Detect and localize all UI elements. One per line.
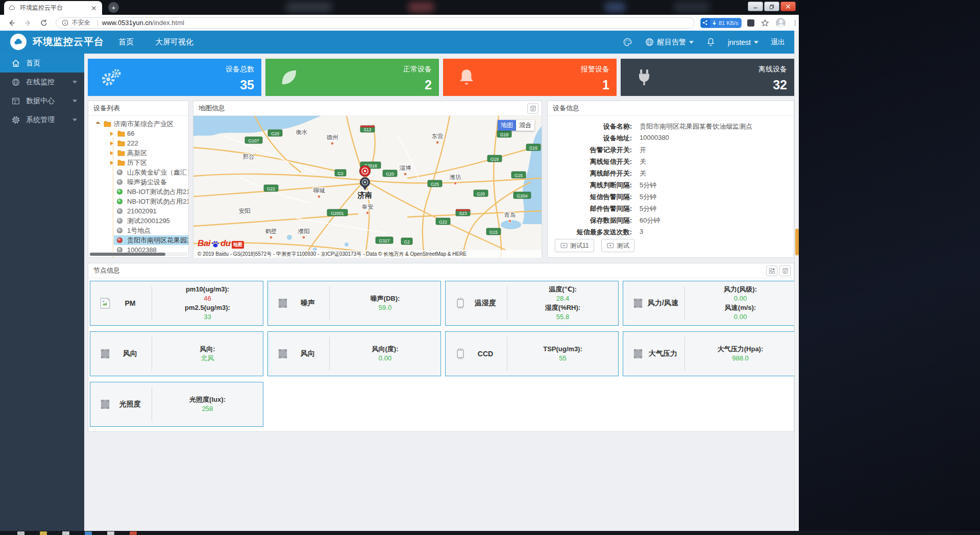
tree-item-label: NB-IOT测试勿占用210 [127, 197, 188, 206]
header-nav-bigscreen[interactable]: 大屏可视化 [155, 37, 193, 47]
svg-text:G2: G2 [337, 171, 344, 176]
road-shield: G20 [474, 190, 488, 197]
device-info-label: 邮件告警间隔: [553, 204, 632, 213]
user-menu-dropdown[interactable]: jnrstest [728, 38, 758, 46]
nodes-grid-view-button[interactable] [766, 265, 777, 276]
alert-mode-dropdown[interactable]: 醒目告警 [645, 37, 694, 47]
sidebar-item-0[interactable]: 首页 [0, 54, 84, 72]
tree-item-0[interactable]: 济南市某综合产业区 [88, 119, 188, 129]
map-canvas[interactable]: G20G107S12G18G15G18G2516G2G20G15G25G22G2… [193, 116, 542, 258]
road-shield: G107 [245, 137, 262, 143]
notification-bell-icon[interactable] [706, 37, 716, 47]
node-card-name: 噪声 [289, 299, 326, 308]
stat-value: 32 [773, 78, 787, 92]
taskbar[interactable] [0, 531, 980, 535]
tree-item-3[interactable]: 高新区 [88, 148, 188, 158]
tab-close-icon[interactable] [90, 4, 98, 12]
plug-icon [634, 67, 654, 88]
placeholder-icon [631, 347, 645, 360]
map-attribution: © 2019 Baidu - GS(2018)5572号 - 甲测资字11009… [193, 250, 542, 258]
forward-icon[interactable] [23, 18, 33, 28]
tree-item-label: 21002091 [127, 207, 157, 215]
download-speed-badge[interactable]: 81 KB/s [701, 18, 742, 28]
map-mode-map-button[interactable]: 地图 [498, 120, 516, 131]
sidebar-item-2[interactable]: 数据中心 [0, 91, 84, 110]
tree-expander-icon[interactable] [110, 161, 113, 165]
node-card-3: 风力/风速风力(风级):0.00风速(m/s):0.00 [623, 281, 796, 326]
tree-item-11[interactable]: 1号地点 [88, 226, 188, 235]
metric-value: 0.00 [734, 312, 747, 322]
page-scrollbar[interactable] [794, 31, 799, 531]
page-scrollbar-thumb[interactable] [795, 229, 799, 255]
test-button-label: 测试11 [570, 241, 589, 250]
tree-item-7[interactable]: NB-IOT测试勿占用210 [88, 187, 188, 197]
grid-icon [11, 96, 20, 106]
nodes-report-button[interactable] [779, 265, 791, 276]
tree-horizontal-scrollbar[interactable] [89, 252, 188, 256]
url-path: /index.html [152, 19, 184, 27]
tree-item-2[interactable]: 222 [88, 138, 188, 148]
svg-text:G25: G25 [431, 182, 439, 187]
header-nav-home[interactable]: 首页 [118, 37, 134, 47]
window-minimize-button[interactable] [748, 2, 763, 11]
tree-item-12[interactable]: 贵阳市南明区花果园某 [88, 235, 188, 245]
bookmark-star-icon[interactable] [761, 18, 770, 28]
tree-expander-icon[interactable] [95, 121, 100, 126]
stat-label: 离线设备 [758, 65, 787, 74]
sidebar-item-3[interactable]: 系统管理 [0, 110, 84, 129]
test-button-0[interactable]: 测试11 [555, 239, 594, 252]
test-button-1[interactable]: 测试 [601, 239, 634, 252]
tree-item-1[interactable]: 66 [88, 129, 188, 138]
reload-icon[interactable] [39, 18, 48, 28]
extension-icon[interactable] [747, 19, 754, 27]
chevron-down-icon [72, 100, 77, 103]
theme-palette-icon[interactable] [623, 37, 632, 47]
stat-card-3: 离线设备32 [621, 59, 794, 96]
window-close-button[interactable] [780, 2, 796, 11]
map-mode-hybrid-button[interactable]: 混合 [516, 120, 534, 131]
tree-item-4[interactable]: 历下区 [88, 158, 188, 167]
map-city-label: 衡水 [296, 129, 308, 135]
device-info-value: 关 [640, 169, 646, 178]
metric-value: 0.00 [734, 294, 747, 303]
new-tab-button[interactable]: + [108, 2, 119, 13]
map-report-button[interactable] [527, 103, 538, 114]
baidu-paw-icon [211, 239, 220, 249]
tree-scrollbar-thumb[interactable] [90, 253, 165, 256]
tree-item-6[interactable]: 噪声扬尘设备 [88, 177, 188, 187]
browser-profile-avatar[interactable] [776, 18, 786, 28]
svg-text:鹤壁: 鹤壁 [265, 228, 277, 234]
tab-strip: 环境监控云平台 + [0, 0, 799, 15]
tree-expander-icon[interactable] [110, 132, 113, 136]
logout-button[interactable]: 退出 [771, 38, 785, 47]
map-marker-device-pin-icon[interactable] [360, 178, 370, 191]
info-icon[interactable] [61, 19, 69, 27]
device-info-value: 贵阳市南明区花果园某餐饮油烟监测点 [640, 122, 752, 131]
device-info-value: 5分钟 [640, 192, 656, 202]
home-icon [11, 59, 20, 68]
tree-item-8[interactable]: NB-IOT测试勿占用210 [88, 197, 188, 206]
download-speed-text: 81 KB/s [719, 20, 739, 26]
map-marker-alarm-icon[interactable] [360, 166, 371, 177]
sidebar-item-1[interactable]: 在线监控 [0, 72, 84, 91]
back-icon[interactable] [7, 18, 16, 28]
header-nav: 首页大屏可视化 [118, 31, 193, 54]
svg-text:G18: G18 [500, 132, 508, 137]
node-card-1: 噪声噪声(DB):59.0 [267, 281, 441, 326]
tree-expander-icon[interactable] [110, 141, 113, 145]
tree-item-10[interactable]: 测试20001295 [88, 216, 188, 226]
node-card-name: 风向 [112, 349, 149, 358]
stat-label: 正常设备 [403, 65, 432, 74]
browser-tab[interactable]: 环境监控云平台 [4, 1, 102, 15]
sidebar-item-label: 首页 [26, 59, 40, 68]
address-bar[interactable]: 不安全 www.0531yun.cn /index.html [56, 17, 695, 29]
globe-icon [11, 78, 20, 87]
browser-menu-dots-icon[interactable] [792, 18, 799, 28]
window-restore-button[interactable] [764, 2, 779, 11]
tree-item-5[interactable]: 山东黄金矿业（鑫汇） [88, 167, 188, 177]
metric-label: 风速(m/s): [725, 303, 756, 312]
tree-expander-icon[interactable] [110, 151, 113, 155]
node-card-name: 大气压力 [645, 349, 681, 358]
road-shield: S12 [360, 126, 375, 132]
tree-item-9[interactable]: 21002091 [88, 206, 188, 216]
